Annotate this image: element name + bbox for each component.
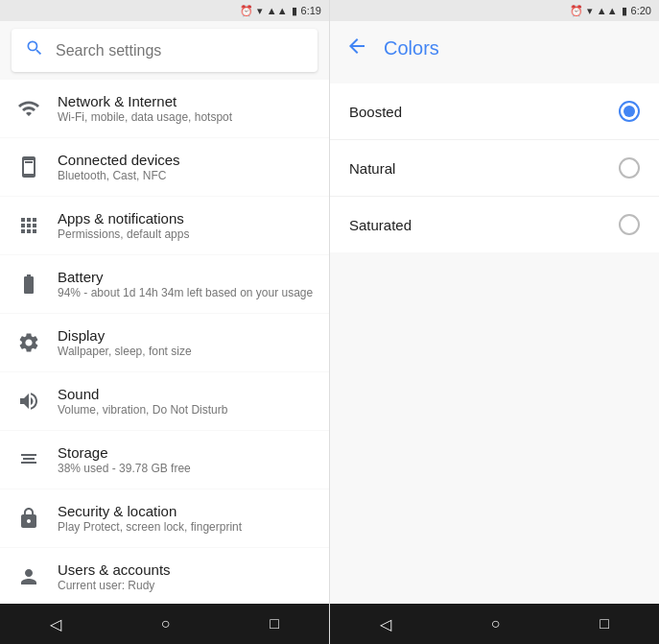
battery-icon: ▮: [292, 5, 297, 17]
settings-item-connected[interactable]: Connected devices Bluetooth, Cast, NFC: [0, 138, 329, 196]
right-back-button[interactable]: ◁: [361, 608, 411, 641]
settings-item-network[interactable]: Network & Internet Wi-Fi, mobile, data u…: [0, 80, 329, 137]
right-battery-icon: ▮: [622, 5, 627, 17]
battery-title: Battery: [58, 269, 313, 285]
left-status-bar: ⏰ ▾ ▲▲ ▮ 6:19: [0, 0, 329, 21]
right-signal-icon: ▲▲: [597, 5, 618, 16]
battery-subtitle: 94% - about 1d 14h 34m left based on you…: [58, 286, 313, 299]
security-title: Security & location: [58, 503, 242, 519]
settings-item-display[interactable]: Display Wallpaper, sleep, font size: [0, 314, 329, 371]
settings-item-battery[interactable]: Battery 94% - about 1d 14h 34m left base…: [0, 255, 329, 313]
left-home-button[interactable]: ○: [142, 608, 190, 640]
network-subtitle: Wi-Fi, mobile, data usage, hotspot: [58, 110, 232, 124]
storage-subtitle: 38% used - 39.78 GB free: [58, 462, 191, 475]
storage-title: Storage: [58, 444, 191, 461]
sound-icon: [15, 388, 42, 415]
signal-icon: ▲▲: [267, 5, 288, 16]
saturated-radio[interactable]: [619, 214, 640, 235]
boosted-radio-inner: [624, 106, 635, 117]
security-icon: [15, 505, 42, 532]
right-time: 6:20: [631, 5, 651, 16]
color-option-saturated[interactable]: Saturated: [330, 197, 659, 252]
apps-subtitle: Permissions, default apps: [58, 227, 189, 241]
right-header: Colors: [330, 21, 659, 76]
apps-icon: [15, 212, 42, 239]
settings-item-security[interactable]: Security & location Play Protect, screen…: [0, 489, 329, 547]
color-options-list: Boosted Natural Saturated: [330, 83, 659, 252]
security-text: Security & location Play Protect, screen…: [58, 503, 242, 534]
back-button[interactable]: [345, 35, 368, 62]
right-nav-bar: ◁ ○ □: [330, 604, 659, 644]
right-alarm-icon: ⏰: [570, 5, 583, 17]
security-subtitle: Play Protect, screen lock, fingerprint: [58, 520, 242, 534]
settings-item-storage[interactable]: Storage 38% used - 39.78 GB free: [0, 431, 329, 489]
display-icon: [15, 329, 42, 356]
display-subtitle: Wallpaper, sleep, font size: [58, 345, 192, 358]
boosted-radio[interactable]: [619, 101, 640, 122]
sound-text: Sound Volume, vibration, Do Not Disturb: [58, 386, 227, 417]
search-icon: [25, 38, 44, 62]
settings-item-users[interactable]: Users & accounts Current user: Rudy: [0, 548, 329, 604]
search-placeholder: Search settings: [56, 42, 161, 60]
display-title: Display: [58, 327, 192, 344]
battery-settings-icon: [15, 271, 42, 298]
settings-item-sound[interactable]: Sound Volume, vibration, Do Not Disturb: [0, 372, 329, 430]
saturated-label: Saturated: [349, 217, 412, 233]
right-status-bar: ⏰ ▾ ▲▲ ▮ 6:20: [330, 0, 659, 21]
right-recent-button[interactable]: □: [580, 608, 628, 640]
apps-title: Apps & notifications: [58, 210, 189, 227]
color-option-boosted[interactable]: Boosted: [330, 83, 659, 140]
users-icon: [15, 563, 42, 590]
color-option-natural[interactable]: Natural: [330, 140, 659, 197]
display-text: Display Wallpaper, sleep, font size: [58, 327, 192, 358]
right-home-button[interactable]: ○: [472, 608, 520, 640]
apps-text: Apps & notifications Permissions, defaul…: [58, 210, 189, 241]
page-title: Colors: [384, 37, 439, 60]
network-text: Network & Internet Wi-Fi, mobile, data u…: [58, 93, 232, 124]
natural-label: Natural: [349, 160, 395, 177]
boosted-label: Boosted: [349, 104, 402, 120]
connected-text: Connected devices Bluetooth, Cast, NFC: [58, 152, 180, 182]
left-nav-bar: ◁ ○ □: [0, 604, 329, 644]
left-recent-button[interactable]: □: [250, 608, 298, 640]
search-bar[interactable]: Search settings: [12, 29, 318, 72]
wifi-icon: ▾: [257, 5, 263, 17]
settings-item-apps[interactable]: Apps & notifications Permissions, defaul…: [0, 197, 329, 254]
natural-radio[interactable]: [619, 157, 640, 179]
left-back-button[interactable]: ◁: [31, 608, 81, 641]
left-screen: ⏰ ▾ ▲▲ ▮ 6:19 Search settings Ne: [0, 0, 330, 644]
right-wifi-icon: ▾: [587, 5, 593, 17]
sound-title: Sound: [58, 386, 227, 402]
storage-icon: [15, 446, 42, 473]
users-title: Users & accounts: [58, 561, 171, 578]
left-time: 6:19: [301, 5, 321, 16]
sound-subtitle: Volume, vibration, Do Not Disturb: [58, 403, 227, 417]
connected-title: Connected devices: [58, 152, 180, 168]
users-text: Users & accounts Current user: Rudy: [58, 561, 171, 592]
alarm-icon: ⏰: [240, 5, 253, 17]
right-screen: ⏰ ▾ ▲▲ ▮ 6:20 Colors Boosted: [330, 0, 659, 644]
connected-subtitle: Bluetooth, Cast, NFC: [58, 169, 180, 182]
network-icon: [15, 95, 42, 122]
settings-list: Network & Internet Wi-Fi, mobile, data u…: [0, 80, 329, 604]
connected-icon: [15, 154, 42, 180]
users-subtitle: Current user: Rudy: [58, 579, 171, 592]
storage-text: Storage 38% used - 39.78 GB free: [58, 444, 191, 475]
network-title: Network & Internet: [58, 93, 232, 109]
battery-text: Battery 94% - about 1d 14h 34m left base…: [58, 269, 313, 299]
